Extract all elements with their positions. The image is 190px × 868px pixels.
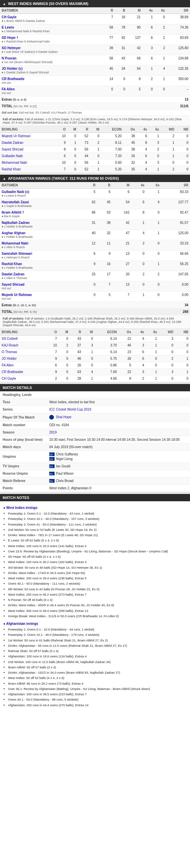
details-referee-row: Match Referee EN Chris Broad — [0, 477, 190, 485]
table-row: Sayed Shirzad not out 0 7 13 0 0 0.00 — [0, 281, 190, 292]
list-item: Afghanistan: 200 runs in 38.5 overs (223… — [8, 692, 187, 696]
col-wd: WD — [161, 126, 176, 133]
col-econ: ECON — [94, 329, 118, 336]
details-matchnum-value: ODI no. 4184 — [47, 422, 190, 429]
col-w: W — [90, 126, 101, 133]
col-r: R — [70, 329, 83, 336]
details-reserveumpire-value: AU Paul Wilson — [47, 470, 190, 477]
table-row: Mohammad Nabi ♦ c Allen b Roach 12 11 21… — [0, 240, 190, 250]
afg-innings-section: ▲ AFGHANISTAN INNINGS (TARGET: 312 RUNS … — [0, 175, 190, 382]
details-season-value: 2019 — [47, 429, 190, 436]
total-row: TOTAL (50 Ov; RR: 6.22)311/6 — [0, 103, 190, 110]
col-batsman: BATSMEN — [0, 7, 103, 14]
list-item: Drinks: Afghanistan - 152/2 in 34.0 over… — [8, 670, 187, 675]
list-item: West Indies: 250 runs in 45.2 overs (273… — [8, 592, 187, 597]
list-item: Afghanistan: 250 runs in 44.4 overs (270… — [8, 703, 187, 708]
list-item: 5th Wicket: 50 runs in 42 balls (N Poora… — [8, 587, 187, 592]
col-r: R — [82, 182, 97, 189]
details-potm-label: Player Of The Match — [0, 413, 47, 422]
col-6s: 6s — [146, 329, 159, 336]
list-item: West Indies: 150 runs in 30.2 overs (182… — [8, 560, 187, 564]
table-row: FA Allen 6 0 26 0 0.86 5 4 0 0 0 — [0, 362, 190, 369]
col-b: B — [97, 182, 112, 189]
flag-nz-icon: NZ — [49, 453, 55, 456]
list-item: West Indies: 300 runs in 49.4 overs (299… — [8, 609, 187, 613]
wi-fow: Fall of wickets: Fall of wickets: 1-21 (… — [0, 116, 190, 126]
list-item: Rahmat Shah: 50 off 57 balls (5 x 4) — [8, 649, 187, 653]
col-4s: 4s — [137, 126, 149, 133]
list-item: Afghanistan: 100 runs in 18.6 overs (116… — [8, 654, 187, 659]
details-umpires-row: Umpires NZ Chris Gaffaney EN Nigel Llong — [0, 451, 190, 463]
details-potm-value: Shai Hope — [47, 413, 190, 422]
details-venue-row: Headingley, Leeds — [0, 391, 190, 399]
batsman-cell: FA Allen not out — [0, 86, 103, 96]
table-row: Asghar Afghan ♦ c Holder b Brathwaite 40… — [0, 230, 190, 240]
col-os: Os — [118, 329, 133, 336]
list-item: Drinks: Afghanistan - 65 runs in 11.5 ov… — [8, 644, 187, 648]
details-days-value: 04 July 2019 (50-over match) — [47, 443, 190, 451]
details-toss-value: West Indies, elected to bat first — [47, 399, 190, 406]
list-item: Over 23.6: Review by Afghanistan (Bowlin… — [8, 549, 187, 554]
batsman-cell: CH Gayle ♦ c Ikram Alikhil b Dawlat Zadr… — [0, 14, 103, 24]
extras-row: Extras (lb 2, nb 2, w 30)34 — [0, 302, 190, 309]
list-item: Powerplay 3: Overs 41 - 50.0 (Mandatory … — [8, 522, 187, 527]
col-r: R — [78, 126, 90, 133]
details-venue-value — [47, 391, 190, 399]
table-row: Samiullah Shinwari ♦ c Hetmyer b Roach 6… — [0, 250, 190, 261]
details-potm-row: Player Of The Match Shai Hope — [0, 413, 190, 422]
wi-innings-section: ▲ WEST INDIES INNINGS (50 OVERS MAXIMUM)… — [0, 0, 190, 173]
col-6s: 6s — [146, 182, 161, 189]
col-6s: 6s — [149, 126, 161, 133]
match-details-header: MATCH DETAILS — [0, 384, 190, 391]
details-referee-value: EN Chris Broad — [47, 477, 190, 485]
batsman-cell: Rashid Khan ♦ c Holder b Brathwaite — [0, 261, 82, 271]
table-row: FA Allen not out 0 0 5 0 0 – — [0, 86, 190, 96]
table-row: CR Brathwaite not out 14 6 8 2 1 350.00 — [0, 76, 190, 86]
table-row: Najibullah Zadran ♦ c Holder b Brathwait… — [0, 220, 190, 230]
table-row: Mohammad Nabi 10 0 56 1 5.60 32 4 3 0 0 — [0, 159, 190, 166]
match-notes-header: MATCH NOTES — [0, 494, 190, 501]
svg-text:EN: EN — [50, 465, 53, 468]
list-item: Over 36.1: Review by Afghanistan (Battin… — [8, 687, 187, 691]
wi-bowling-table: BOWLING O M R W ECON Os 4s 6s WD NB Muje… — [0, 126, 190, 173]
table-row: Mujeeb Ur Rahman 10 0 52 0 5.20 38 6 1 2… — [0, 133, 190, 140]
batsman-cell: Mohammad Nabi ♦ c Allen b Roach — [0, 240, 82, 250]
batsman-cell: Gulbadin Naib (c) ♦ c Lewis b Roach — [0, 189, 82, 199]
table-row: Sayed Shirzad 8 0 56 1 7.00 38 4 2 1 0 — [0, 146, 190, 153]
list-item: E Lewis: 50 off 62 balls (5 x 4, 2 x 6) — [8, 538, 187, 543]
list-item: N Pooran: 50 off 40 balls (6 x 4) — [8, 598, 187, 602]
details-series-row: Series ICC Cricket World Cup 2019 — [0, 406, 190, 413]
table-row: SD Hope † ♦ c Rashid Khan b Mohammad Nab… — [0, 35, 190, 45]
batsman-cell: E Lewis ♦ c Mohammad Nabi b Rashid Khan — [0, 24, 103, 35]
col-4s: 4s — [133, 329, 146, 336]
batsman-cell: JO Holder (c) ♦ c Dawlat Zadran b Sayed … — [0, 65, 103, 76]
extras-row: Extras (lb 4, w 9)13 — [0, 96, 190, 103]
col-4s: 4s — [142, 7, 155, 14]
col-os: Os — [123, 126, 136, 133]
afg-collapse-arrow[interactable]: ▲ — [3, 177, 6, 180]
details-points-row: Points West Indies 2, Afghanistan 0 — [0, 485, 190, 492]
batsman-cell: Samiullah Shinwari ♦ c Hetmyer b Roach — [0, 250, 82, 261]
dnb-row: Did not bat: Did not bat: SS Cottrell, K… — [0, 110, 190, 116]
wi-collapse-arrow[interactable]: ▲ — [3, 2, 6, 6]
col-wd: WD — [159, 329, 175, 336]
list-item: Powerplay 1: Overs 0.1 - 10.0 (Mandatory… — [8, 511, 187, 516]
list-item: Overs 40.1 - 50.0 (Mandatory - 111 runs,… — [8, 581, 187, 586]
details-series-label: Series — [0, 406, 47, 413]
details-hours-row: Hours of play (local time) 10:30 start, … — [0, 436, 190, 443]
details-days-label: Match days — [0, 443, 47, 451]
list-item: Ikram Alikhil: 50 off 57 balls (3 x 4) — [8, 665, 187, 670]
col-nb: NB — [175, 329, 190, 336]
details-series-value: ICC Cricket World Cup 2019 — [47, 406, 190, 413]
batsman-cell: SO Hetmyer ♦ c sub (Noor Ali Zadran) b D… — [0, 45, 103, 55]
svg-text:AU: AU — [50, 473, 53, 475]
col-r: R — [103, 7, 115, 14]
list-item: West Indies: 50 off 52 balls (4 x 4, 2 x… — [8, 676, 187, 680]
wi-notes-header: ● West Indies innings — [3, 505, 187, 510]
details-reserveumpire-row: Reserve Umpire AU Paul Wilson — [0, 470, 190, 477]
wi-innings-header: ▲ WEST INDIES INNINGS (50 OVERS MAXIMUM) — [0, 0, 190, 7]
list-item: 3rd Wicket: 50 runs in 48 balls (SD Hope… — [8, 565, 187, 570]
table-row: JO Holder (c) ♦ c Dawlat Zadran b Sayed … — [0, 65, 190, 76]
details-venue-label: Headingley, Leeds — [0, 391, 47, 399]
table-row: Hazratullah Zazai ♦ c Gayle b Brathwaite… — [0, 199, 190, 209]
